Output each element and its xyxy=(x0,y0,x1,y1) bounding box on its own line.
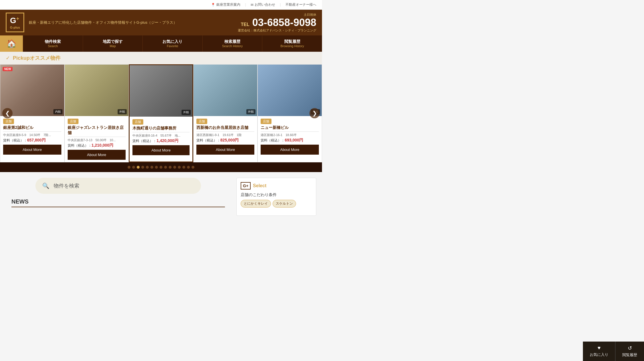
search-icon: 🔍 xyxy=(41,181,50,190)
slide-2-rent: 賃料（税込）：1,210,000円 xyxy=(68,143,126,148)
dot-5[interactable] xyxy=(146,166,149,169)
search-box-wrapper: 🔍 物件を検索 NEWS xyxy=(6,178,231,216)
slide-4-img-label: 外観 xyxy=(246,109,255,114)
slide-2-image: 外観 xyxy=(65,65,129,116)
slide-5-image: 外観 xyxy=(258,65,322,116)
select-panel-header: G+ Select xyxy=(241,182,312,190)
main-nav: 🏠 物件検索 Search 地図で探す Map お気に入り Favorite 検… xyxy=(0,35,322,52)
search-label: 物件を検索 xyxy=(54,182,79,189)
slide-4-image: 外観 xyxy=(194,65,257,116)
slide-4-name: 西新橋のお弁当屋居抜き店舗 xyxy=(196,125,255,130)
slide-1-address: 中央区銀座8-5-9 14.50坪 7階... xyxy=(3,133,61,137)
nav-home-button[interactable]: 🏠 xyxy=(0,35,23,52)
pickup-header: ✓ Pickupオススメ物件 xyxy=(0,52,322,64)
dot-12[interactable] xyxy=(178,166,181,169)
pickup-check-icon: ✓ xyxy=(6,55,10,61)
select-logo: G+ xyxy=(241,182,251,190)
dot-1[interactable] xyxy=(128,166,130,169)
select-panel: G+ Select 店舗のこだわり条件 とにかくキレイ スケルトン xyxy=(236,178,316,216)
slide-1-content: 店舗 銀座第2誠和ビル 中央区銀座8-5-9 14.50坪 7階... 賃料（税… xyxy=(0,116,64,157)
slide-2-address: 中央区銀座7-3-13 50.00坪 10... xyxy=(68,138,126,142)
slide-4-content: 店舗 西新橋のお弁当屋居抜き店舗 港区西新橋1-9-1 19.61坪 1階 賃料… xyxy=(194,116,257,157)
news-section: NEWS xyxy=(6,198,231,216)
nav-favorite[interactable]: お気に入り Favorite xyxy=(142,35,202,52)
holiday-label: 土日祝休 xyxy=(238,13,316,17)
carousel: ❮ NEW 内観 店舗 銀座第2誠和ビル 中央区銀座8-5-9 14.50坪 7… xyxy=(0,64,322,162)
nav-search[interactable]: 物件検索 Search xyxy=(23,35,83,52)
dot-8[interactable] xyxy=(160,166,162,169)
select-subtitle: 店舗のこだわり条件 xyxy=(241,192,312,198)
carousel-slide-3: 外観 店舗 木挽町通りの店舗事務所 中央区銀座8-16-4 55.67坪 地..… xyxy=(129,64,193,162)
slide-2-img-label: 外観 xyxy=(118,109,127,114)
dot-7[interactable] xyxy=(155,166,158,169)
contact-link[interactable]: ✉ お問い合わせ xyxy=(251,2,275,7)
slide-2-content: 店舗 銀座ジャズレストラン居抜き店舗 中央区銀座7-3-13 50.00坪 10… xyxy=(65,116,129,162)
dot-9[interactable] xyxy=(164,166,167,169)
select-tag-1[interactable]: とにかくキレイ xyxy=(241,200,271,208)
dot-3[interactable] xyxy=(137,166,140,169)
home-icon: 🏠 xyxy=(7,39,17,48)
nav-browsing-history[interactable]: 閲覧履歴 Browsing History xyxy=(262,35,322,52)
slide-3-content: 店舗 木挽町通りの店舗事務所 中央区銀座8-16-4 55.67坪 地... 賃… xyxy=(130,117,192,157)
search-input-row[interactable]: 🔍 物件を検索 xyxy=(35,178,201,194)
dot-6[interactable] xyxy=(150,166,153,169)
slide-1-img-label: 内観 xyxy=(53,109,63,114)
dot-13[interactable] xyxy=(182,166,185,169)
company-name: 運営会社：株式会社アドバンス・シティ・プランニング xyxy=(238,28,316,33)
phone-number: TEL 03-6858-9098 xyxy=(238,17,316,28)
nav-search-history[interactable]: 検索履歴 Search History xyxy=(202,35,262,52)
header-right: 土日祝休 TEL 03-6858-9098 運営会社：株式会社アドバンス・シティ… xyxy=(238,13,316,33)
slide-1-type: 店舗 xyxy=(3,119,14,124)
slide-3-rent: 賃料（税込）：1,420,000円 xyxy=(132,138,190,143)
dot-2[interactable] xyxy=(132,166,135,169)
carousel-slide-2: 外観 店舗 銀座ジャズレストラン居抜き店舗 中央区銀座7-3-13 50.00坪… xyxy=(65,64,129,162)
separator-2: ｜ xyxy=(279,2,282,7)
slide-1-image: NEW 内観 xyxy=(0,65,64,116)
slide-4-rent: 賃料（税込）：825,000円 xyxy=(196,138,255,143)
slide-4-type: 店舗 xyxy=(196,119,207,124)
carousel-slide-4: 外観 店舗 西新橋のお弁当屋居抜き店舗 港区西新橋1-9-1 19.61坪 1階… xyxy=(193,64,258,162)
slide-2-type: 店舗 xyxy=(68,119,79,124)
slide-5-address: 港区新橋2-16-1 18.66坪 xyxy=(261,133,319,137)
slide-3-image: 外観 xyxy=(130,65,192,117)
logo[interactable]: G+ G-plus xyxy=(6,13,24,32)
top-bar: 📍 銀座営業所案内 ｜ ✉ お問い合わせ ｜ 不動産オーナー様へ xyxy=(0,0,322,10)
slide-5-rent: 賃料（税込）：693,000円 xyxy=(261,138,319,143)
slide-5-about-more-button[interactable]: About More xyxy=(261,145,319,155)
dot-4[interactable] xyxy=(141,166,144,169)
new-badge: NEW xyxy=(3,67,13,71)
slide-5-name: ニュー新橋ビル xyxy=(261,125,319,130)
mail-icon: ✉ xyxy=(251,3,253,7)
slide-1-rent: 賃料（税込）：657,800円 xyxy=(3,138,61,143)
slide-4-about-more-button[interactable]: About More xyxy=(196,145,255,155)
dot-15[interactable] xyxy=(192,166,194,169)
slide-3-about-more-button[interactable]: About More xyxy=(132,145,190,155)
location-icon: 📍 xyxy=(211,3,215,7)
slide-3-name: 木挽町通りの店舗事務所 xyxy=(132,126,190,131)
pickup-title: Pickupオススメ物件 xyxy=(13,55,61,61)
select-tags: とにかくキレイ スケルトン xyxy=(241,200,312,208)
ginza-office-link[interactable]: 📍 銀座営業所案内 xyxy=(211,2,240,7)
dot-11[interactable] xyxy=(173,166,176,169)
news-title: NEWS xyxy=(11,198,225,207)
slide-5-type: 店舗 xyxy=(261,119,271,124)
carousel-prev-button[interactable]: ❮ xyxy=(2,108,13,118)
slide-1-name: 銀座第2誠和ビル xyxy=(3,125,61,130)
select-title: Select xyxy=(253,183,266,188)
slide-5-content: 店舗 ニュー新橋ビル 港区新橋2-16-1 18.66坪 賃料（税込）：693,… xyxy=(258,116,322,157)
owner-link[interactable]: 不動産オーナー様へ xyxy=(285,2,316,7)
slide-3-type: 店舗 xyxy=(132,119,143,125)
separator-1: ｜ xyxy=(244,2,247,7)
dot-10[interactable] xyxy=(169,166,172,169)
carousel-next-button[interactable]: ❯ xyxy=(309,108,320,118)
slide-1-about-more-button[interactable]: About More xyxy=(3,145,61,155)
header-left: G+ G-plus 銀座・新橋エリアに特化した店舗物件・オフィス物件情報サイトG… xyxy=(6,13,177,32)
dot-14[interactable] xyxy=(187,166,190,169)
slide-2-name: 銀座ジャズレストラン居抜き店舗 xyxy=(68,125,126,135)
search-section: 🔍 物件を検索 NEWS G+ Select 店舗のこだわり条件 とにかくキレイ… xyxy=(0,172,322,222)
site-header: G+ G-plus 銀座・新橋エリアに特化した店舗物件・オフィス物件情報サイトG… xyxy=(0,10,322,35)
slide-2-about-more-button[interactable]: About More xyxy=(68,150,126,160)
select-tag-2[interactable]: スケルトン xyxy=(273,200,296,208)
nav-map[interactable]: 地図で探す Map xyxy=(83,35,143,52)
slide-3-img-label: 外観 xyxy=(182,110,191,115)
